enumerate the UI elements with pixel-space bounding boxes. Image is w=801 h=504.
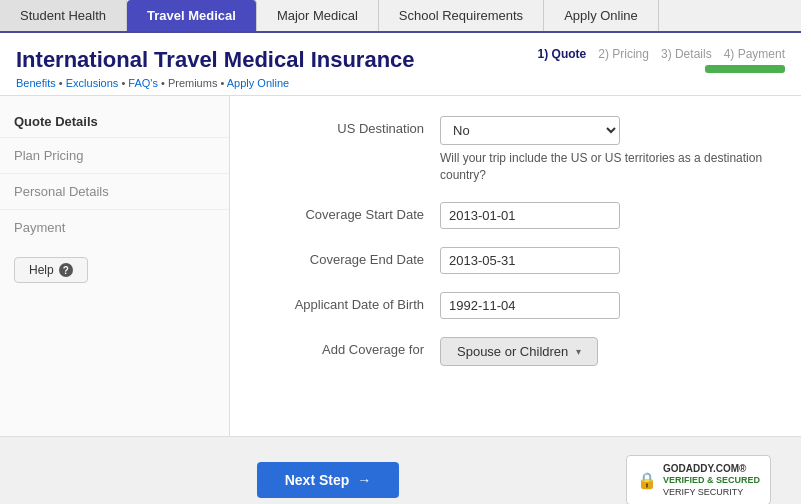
- coverage-end-control: [440, 247, 771, 274]
- form-content: US Destination NoYes Will your trip incl…: [230, 96, 801, 436]
- add-coverage-control: Spouse or Children ▾: [440, 337, 771, 366]
- coverage-end-input[interactable]: [440, 247, 620, 274]
- help-label: Help: [29, 263, 54, 277]
- footer-right: 🔒 GODADDY.COM® VERIFIED & SECURED VERIFY…: [626, 455, 771, 504]
- sidebar-title: Quote Details: [0, 106, 229, 137]
- add-coverage-row: Add Coverage for Spouse or Children ▾: [260, 337, 771, 366]
- add-coverage-label: Add Coverage for: [260, 337, 440, 357]
- footer-inner: Next Step → 🔒 GODADDY.COM® VERIFIED & SE…: [30, 455, 771, 504]
- coverage-end-row: Coverage End Date: [260, 247, 771, 274]
- dob-row: Applicant Date of Birth: [260, 292, 771, 319]
- badge-text: GODADDY.COM® VERIFIED & SECURED VERIFY S…: [663, 462, 760, 498]
- help-icon: ?: [59, 263, 73, 277]
- sidebar-item-plan-pricing[interactable]: Plan Pricing: [0, 137, 229, 173]
- dropdown-arrow-icon: ▾: [576, 346, 581, 357]
- us-destination-label: US Destination: [260, 116, 440, 136]
- coverage-start-control: [440, 202, 771, 229]
- top-navigation: Student Health Travel Medical Major Medi…: [0, 0, 801, 33]
- step-2: 2) Pricing: [598, 47, 649, 61]
- progress-bar: [705, 65, 785, 73]
- step-3: 3) Details: [661, 47, 712, 61]
- coverage-end-label: Coverage End Date: [260, 247, 440, 267]
- nav-school-requirements[interactable]: School Requirements: [379, 0, 544, 31]
- breadcrumb-premiums: Premiums: [168, 77, 218, 89]
- lock-icon: 🔒: [637, 471, 657, 490]
- dob-label: Applicant Date of Birth: [260, 292, 440, 312]
- badge-verify: VERIFY SECURITY: [663, 487, 760, 499]
- add-coverage-dropdown[interactable]: Spouse or Children ▾: [440, 337, 598, 366]
- next-step-button[interactable]: Next Step →: [257, 462, 400, 498]
- dob-control: [440, 292, 771, 319]
- us-destination-row: US Destination NoYes Will your trip incl…: [260, 116, 771, 184]
- nav-apply-online[interactable]: Apply Online: [544, 0, 659, 31]
- footer-bar: Next Step → 🔒 GODADDY.COM® VERIFIED & SE…: [0, 436, 801, 504]
- breadcrumb: Benefits • Exclusions • FAQ's • Premiums…: [16, 77, 785, 89]
- sidebar-item-payment[interactable]: Payment: [0, 209, 229, 245]
- add-coverage-value: Spouse or Children: [457, 344, 568, 359]
- help-button[interactable]: Help ?: [14, 257, 88, 283]
- nav-travel-medical[interactable]: Travel Medical: [127, 0, 257, 31]
- breadcrumb-exclusions[interactable]: Exclusions: [66, 77, 119, 89]
- us-destination-select[interactable]: NoYes: [440, 116, 620, 145]
- us-destination-control: NoYes Will your trip include the US or U…: [440, 116, 771, 184]
- us-destination-hint: Will your trip include the US or US terr…: [440, 150, 771, 184]
- dob-input[interactable]: [440, 292, 620, 319]
- sidebar: Quote Details Plan Pricing Personal Deta…: [0, 96, 230, 436]
- breadcrumb-apply-online[interactable]: Apply Online: [227, 77, 289, 89]
- footer-center: Next Step →: [30, 462, 626, 498]
- step-4: 4) Payment: [724, 47, 785, 61]
- next-step-label: Next Step: [285, 472, 350, 488]
- nav-major-medical[interactable]: Major Medical: [257, 0, 379, 31]
- coverage-start-row: Coverage Start Date: [260, 202, 771, 229]
- nav-student-health[interactable]: Student Health: [0, 0, 127, 31]
- next-step-arrow-icon: →: [357, 472, 371, 488]
- badge-verified: VERIFIED & SECURED: [663, 475, 760, 487]
- main-layout: Quote Details Plan Pricing Personal Deta…: [0, 96, 801, 436]
- page-header: International Travel Medical Insurance 1…: [0, 33, 801, 96]
- sidebar-item-personal-details[interactable]: Personal Details: [0, 173, 229, 209]
- coverage-start-input[interactable]: [440, 202, 620, 229]
- godaddy-badge: 🔒 GODADDY.COM® VERIFIED & SECURED VERIFY…: [626, 455, 771, 504]
- step-1: 1) Quote: [538, 47, 587, 61]
- breadcrumb-faqs[interactable]: FAQ's: [128, 77, 158, 89]
- coverage-start-label: Coverage Start Date: [260, 202, 440, 222]
- page-title: International Travel Medical Insurance: [16, 47, 415, 73]
- breadcrumb-benefits[interactable]: Benefits: [16, 77, 56, 89]
- steps-indicator: 1) Quote 2) Pricing 3) Details 4) Paymen…: [538, 47, 785, 73]
- badge-top-text: GODADDY.COM®: [663, 462, 760, 475]
